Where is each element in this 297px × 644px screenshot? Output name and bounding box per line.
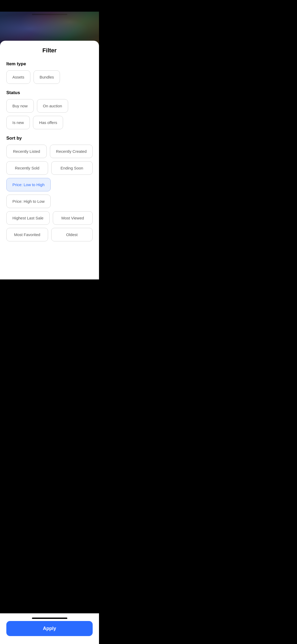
recently-listed-button[interactable]: Recently Listed [6,145,47,158]
battery-icon [88,4,95,7]
recently-sold-button[interactable]: Recently Sold [6,161,48,175]
buy-now-button[interactable]: Buy now [6,99,34,113]
sort-row-5: Highest Last Sale Most Viewed [6,211,93,225]
sheet-title: Filter [6,41,93,59]
filter-sheet: Filter Item type Assets Bundles Status B… [0,41,99,279]
status-icons [76,4,95,8]
sort-row-1: Recently Listed Recently Created [6,145,93,158]
highest-last-sale-button[interactable]: Highest Last Sale [6,211,50,225]
recently-created-button[interactable]: Recently Created [50,145,93,158]
status-row-2: Is new Has offers [6,116,93,129]
assets-button[interactable]: Assets [6,70,30,84]
item-type-label: Item type [6,61,93,67]
status-label: Status [6,90,93,95]
bundles-button[interactable]: Bundles [34,70,60,84]
sort-row-6: Most Favorited Oldest [6,228,93,241]
sort-by-label: Sort by [6,136,93,141]
most-favorited-button[interactable]: Most Favorited [6,228,48,241]
sort-by-section: Sort by Recently Listed Recently Created… [6,136,93,241]
on-auction-button[interactable]: On auction [37,99,68,113]
is-new-button[interactable]: Is new [6,116,30,129]
ending-soon-button[interactable]: Ending Soon [51,161,93,175]
has-offers-button[interactable]: Has offers [33,116,63,129]
wifi-icon [83,4,87,8]
price-low-to-high-button[interactable]: Price: Low to High [6,178,51,191]
oldest-button[interactable]: Oldest [51,228,93,241]
status-bar: 12:50 [0,0,99,12]
price-high-to-low-button[interactable]: Price: High to Low [6,195,51,208]
status-section: Status Buy now On auction Is new Has off… [6,90,93,129]
most-viewed-button[interactable]: Most Viewed [53,211,93,225]
sort-row-3: Price: Low to High [6,178,93,191]
sort-row-4: Price: High to Low [6,195,93,208]
time-display: 12:50 [4,4,14,8]
sort-row-2: Recently Sold Ending Soon [6,161,93,175]
item-type-buttons: Assets Bundles [6,70,93,84]
item-type-section: Item type Assets Bundles [6,61,93,84]
sheet-pill [32,14,67,15]
status-row-1: Buy now On auction [6,99,93,113]
signal-icon [76,4,81,7]
